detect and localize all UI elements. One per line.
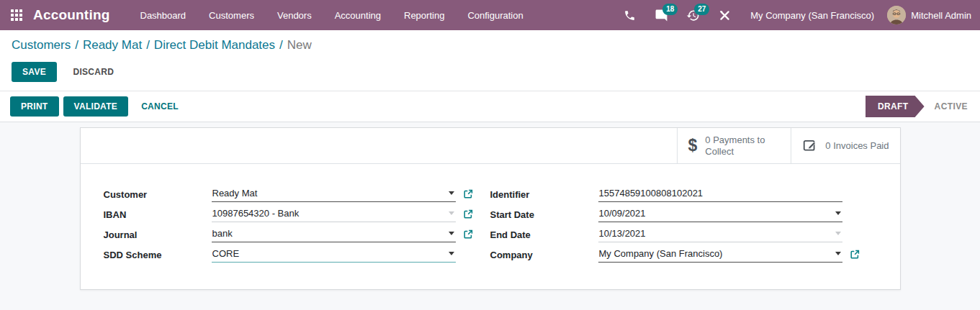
journal-input[interactable]: bank <box>212 227 456 242</box>
iban-external-link-icon[interactable] <box>463 209 473 219</box>
user-name: Mitchell Admin <box>911 10 971 21</box>
payments-count: 0 <box>705 135 710 145</box>
form-body: Customer Ready Mat IBAN 10987654320 - Ba… <box>81 164 900 291</box>
iban-field-row: IBAN 10987654320 - Bank <box>104 204 473 224</box>
start-date-input[interactable]: 10/09/2021 <box>598 206 842 222</box>
activities-count-badge: 27 <box>694 4 709 15</box>
messages-icon[interactable]: 18 <box>654 8 668 22</box>
customer-label: Customer <box>104 189 212 200</box>
journal-dropdown-caret[interactable] <box>449 232 454 235</box>
journal-label: Journal <box>104 229 212 240</box>
sdd-scheme-field-row: SDD Scheme CORE <box>104 245 473 265</box>
customer-input[interactable]: Ready Mat <box>212 186 456 202</box>
menu-configuration[interactable]: Configuration <box>456 0 534 30</box>
customer-external-link-icon[interactable] <box>463 189 473 199</box>
journal-external-link-icon[interactable] <box>463 229 473 240</box>
form-right-column: Identifier 15574859100808102021 Start Da… <box>490 184 860 265</box>
end-date-label: End Date <box>490 229 598 240</box>
apps-grid-icon <box>11 9 22 21</box>
iban-dropdown-caret[interactable] <box>449 211 454 215</box>
company-field-row: Company My Company (San Francisco) <box>490 245 860 265</box>
main-menu: Dashboard Customers Vendors Accounting R… <box>129 0 535 30</box>
breadcrumb-separator: / <box>146 38 150 52</box>
payments-label: Payments to Collect <box>705 135 765 157</box>
user-menu[interactable]: Mitchell Admin <box>887 6 971 24</box>
app-name: Accounting <box>33 7 110 23</box>
menu-dashboard[interactable]: Dashboard <box>129 0 198 30</box>
invoices-paid-button[interactable]: 0 Invoices Paid <box>791 128 899 163</box>
start-date-dropdown-caret[interactable] <box>835 211 841 215</box>
user-avatar <box>887 6 906 24</box>
company-dropdown-caret[interactable] <box>835 252 841 255</box>
sdd-scheme-label: SDD Scheme <box>104 250 212 260</box>
print-button[interactable]: PRINT <box>10 96 59 117</box>
breadcrumb-current: New <box>287 38 312 52</box>
sdd-scheme-dropdown-caret[interactable] <box>449 252 454 255</box>
dollar-icon: $ <box>688 136 698 155</box>
systray: 18 27 My Company (San Francisco) <box>613 6 971 24</box>
breadcrumb: Customers/Ready Mat/Direct Debit Mandate… <box>12 38 968 53</box>
sdd-scheme-select[interactable]: CORE <box>212 247 456 263</box>
breadcrumb-direct-debit-mandates[interactable]: Direct Debit Mandates <box>154 38 275 52</box>
end-date-field-row: End Date 10/13/2021 <box>490 224 860 245</box>
menu-customers[interactable]: Customers <box>197 0 266 30</box>
control-panel: Customers/Ready Mat/Direct Debit Mandate… <box>0 30 980 91</box>
company-input[interactable]: My Company (San Francisco) <box>598 247 842 263</box>
stage-draft[interactable]: DRAFT <box>866 96 925 117</box>
phone-icon[interactable] <box>622 8 637 22</box>
content-area: $ 0 Payments to Collect 0 Invoices Paid … <box>0 127 980 310</box>
menu-reporting[interactable]: Reporting <box>392 0 456 30</box>
breadcrumb-separator: / <box>279 38 283 52</box>
breadcrumb-customers[interactable]: Customers <box>12 38 71 52</box>
identifier-field-row: Identifier 15574859100808102021 <box>490 184 860 204</box>
company-switcher[interactable]: My Company (San Francisco) <box>750 10 874 21</box>
menu-vendors[interactable]: Vendors <box>266 0 323 30</box>
end-date-input[interactable]: 10/13/2021 <box>598 227 842 242</box>
customer-dropdown-caret[interactable] <box>449 191 454 195</box>
start-date-field-row: Start Date 10/09/2021 <box>490 204 860 224</box>
breadcrumb-ready-mat[interactable]: Ready Mat <box>83 38 142 52</box>
edit-square-icon <box>802 137 817 155</box>
iban-input[interactable]: 10987654320 - Bank <box>212 206 456 222</box>
start-date-label: Start Date <box>490 209 598 220</box>
end-date-dropdown-caret[interactable] <box>835 232 841 235</box>
stat-button-bar: $ 0 Payments to Collect 0 Invoices Paid <box>81 128 900 164</box>
menu-accounting[interactable]: Accounting <box>323 0 392 30</box>
top-navbar: Accounting Dashboard Customers Vendors A… <box>0 0 980 30</box>
tools-icon[interactable] <box>717 8 732 22</box>
activities-icon[interactable]: 27 <box>685 8 700 22</box>
messages-count-badge: 18 <box>662 4 678 15</box>
save-button[interactable]: SAVE <box>12 62 57 82</box>
journal-field-row: Journal bank <box>104 224 473 245</box>
stage-widget: DRAFT ACTIVE <box>866 96 980 117</box>
identifier-label: Identifier <box>490 189 598 200</box>
discard-button[interactable]: DISCARD <box>64 62 122 82</box>
identifier-input[interactable]: 15574859100808102021 <box>598 186 842 202</box>
statusbar: PRINT VALIDATE CANCEL DRAFT ACTIVE <box>0 91 980 122</box>
mandate-form-sheet: $ 0 Payments to Collect 0 Invoices Paid … <box>80 127 901 290</box>
validate-button[interactable]: VALIDATE <box>63 96 129 117</box>
breadcrumb-separator: / <box>75 38 78 52</box>
stage-active[interactable]: ACTIVE <box>935 101 968 111</box>
iban-label: IBAN <box>104 209 212 220</box>
customer-field-row: Customer Ready Mat <box>104 184 473 204</box>
invoices-count: 0 <box>825 140 830 151</box>
company-label: Company <box>490 250 598 260</box>
invoices-label: Invoices Paid <box>833 140 889 151</box>
apps-menu-button[interactable] <box>0 0 33 30</box>
company-external-link-icon[interactable] <box>850 250 860 260</box>
payments-to-collect-button[interactable]: $ 0 Payments to Collect <box>677 128 791 163</box>
form-left-column: Customer Ready Mat IBAN 10987654320 - Ba… <box>104 184 473 265</box>
cancel-button[interactable]: CANCEL <box>132 96 187 117</box>
